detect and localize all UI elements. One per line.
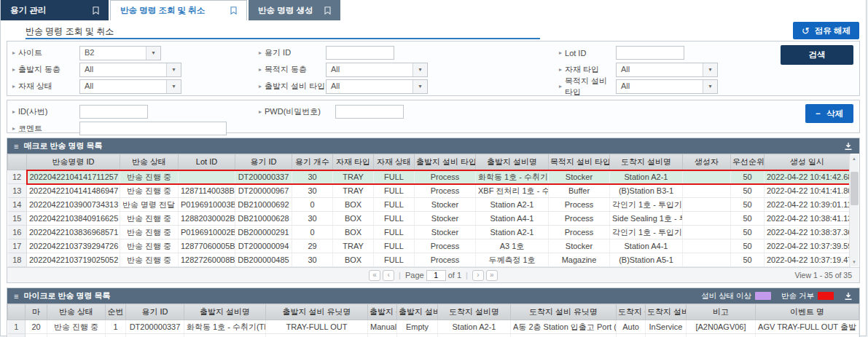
column-header[interactable]: 반송명령 ID [27,154,120,170]
table-row[interactable]: 220반송 생성2DT200000337Station A2-1A동 2층 St… [8,334,859,337]
download-icon[interactable] [844,292,853,301]
macro-section-header: ≡ 매크로 반송 명령 목록 [7,138,859,154]
row-number: 2 [8,334,26,337]
cell: BOX [333,226,374,239]
material-type-select[interactable]: All ▾ [616,63,718,77]
material-state-select[interactable]: All ▾ [79,79,181,94]
scroll-down-icon[interactable]: ▼ [850,258,859,266]
download-icon[interactable] [844,142,853,151]
cell: 12882030002B [179,212,235,226]
vertical-scrollbar[interactable]: ▲ ▼ [849,154,859,266]
cell: 2022-04-22 10:41:41.800 [765,184,851,198]
chevron-down-icon[interactable]: ▾ [413,80,427,93]
chevron-down-icon[interactable]: ▾ [166,63,181,76]
bookmark-icon[interactable] [230,7,237,15]
password-input[interactable] [335,105,404,119]
cell: DT200000967 [235,184,292,198]
cell: 20220422103836968571 [27,226,120,239]
delete-button[interactable]: − 삭제 [805,104,853,123]
cell [683,239,731,253]
column-header[interactable]: 출발지 설비명 [476,154,549,170]
column-header[interactable]: 용기 개수 [292,154,333,170]
scroll-up-icon[interactable]: ▲ [850,154,859,163]
column-header[interactable] [8,304,26,320]
column-header[interactable]: 비고 [687,304,756,320]
chevron-down-icon[interactable]: ▾ [703,80,717,93]
legend-equip-abnormal: 설비 상태 이상 [701,291,771,301]
column-header[interactable]: 출발지 설비 [397,304,438,320]
source-floor-select[interactable]: All ▾ [79,63,181,77]
table-row[interactable]: 1720220422103739294726반송 진행 중12877060005… [8,239,851,253]
chevron-down-icon[interactable]: ▾ [146,47,160,60]
column-header[interactable]: 용기 ID [126,304,184,320]
cell: Auto [617,320,646,334]
table-row[interactable]: 1320220422104141486947반송 진행 중12871140038… [8,184,851,198]
page-first-button[interactable]: « [369,270,380,281]
container-id-input[interactable] [326,46,394,60]
table-row[interactable]: 1520220422103840916625반송 진행 중12882030002… [8,212,851,226]
refresh-icon: ↺ [802,25,810,36]
column-header[interactable]: 도착지 설비 [646,304,687,320]
table-row[interactable]: 1820220422103719025052반송 진행 중12827260008… [8,253,851,267]
release-occupancy-button[interactable]: ↺ 점유 해제 [793,22,859,39]
bookmark-icon[interactable] [93,7,99,15]
column-header[interactable]: 마 [26,304,47,320]
table-row[interactable]: 120반송 진행 중1DT200000337화학동 1호 - 수취기(TRAYT… [8,320,859,334]
list-icon: ≡ [14,142,18,151]
column-header[interactable]: 생성자 [683,154,731,170]
legend-label: 설비 상태 이상 [701,291,751,301]
lot-id-input[interactable] [616,46,684,60]
comment-input[interactable] [79,122,227,135]
column-header[interactable]: 용기 ID [235,154,292,170]
page-prev-button[interactable]: ‹ [383,270,394,281]
search-button[interactable]: 검색 [781,45,853,65]
cell: 반송 생성 [47,334,106,337]
tab-transfer-command-create[interactable]: 반송 명령 생성 [249,0,340,20]
page-next-button[interactable]: › [472,270,484,281]
page-last-button[interactable]: » [486,270,498,281]
column-header[interactable]: 순번 [106,304,126,320]
cell: 2022-04-22 10:38:41.133 [765,212,851,226]
chevron-down-icon[interactable]: ▾ [703,63,717,76]
column-header[interactable]: 목적지 설비 타입 [549,154,610,170]
filter-label: 출발지 동층 [18,64,60,75]
chevron-down-icon[interactable]: ▾ [413,63,427,76]
column-header[interactable]: 도착지 설 [617,304,646,320]
table-row[interactable]: 1220220422104141711257반송 진행 중DT200000337… [8,170,851,184]
cell: Side Sealing 1호 - 투입기(B [610,212,683,226]
cell: Auto [617,334,646,337]
column-header[interactable]: 우선순위 [731,154,765,170]
cell: Station A2-1 [610,170,683,184]
column-header[interactable]: 자재 상태 [374,154,415,170]
table-row[interactable]: 1420220422103900734313반송 명령 전달 완료P019691… [8,198,851,212]
dest-floor-select[interactable]: All ▾ [326,63,428,77]
dest-equip-type-select[interactable]: All ▾ [616,79,718,94]
column-header[interactable]: 도착지 설비명 [610,154,683,170]
column-header[interactable]: 이벤트 명 [756,304,859,320]
column-header[interactable]: 반송 상태 [47,304,106,320]
column-header[interactable] [8,154,27,170]
column-header[interactable]: 반송 상태 [120,154,179,170]
cell: 0 [292,198,333,212]
column-header[interactable]: 자재 타입 [333,154,374,170]
column-header[interactable]: 출발지 설비 유닛명 [266,304,368,320]
column-header[interactable]: 도착지 설비 유닛명 [511,304,617,320]
bookmark-icon[interactable] [324,7,331,15]
site-select[interactable]: B2 ▾ [79,46,161,60]
cell [683,198,731,212]
table-row[interactable]: 1620220422103836968571반송 진행 중P0196910002… [8,226,851,239]
column-header[interactable]: 출발지 설비 타입 [415,154,476,170]
column-header[interactable]: 생성 일시 [765,154,851,170]
source-equip-type-select[interactable]: All ▾ [326,79,428,94]
page-number-input[interactable] [426,270,446,281]
tab-container-management[interactable]: 용기 관리 [1,0,109,20]
column-header[interactable]: Lot ID [179,154,235,170]
column-header[interactable]: 도착지 설비명 [438,304,511,320]
scrollbar-thumb[interactable] [851,172,859,205]
column-header[interactable]: 출발지 설비명 [184,304,266,320]
user-id-input[interactable] [79,105,148,119]
cell: 화학동 1호 - 수취기(TRAY [184,320,266,334]
chevron-down-icon[interactable]: ▾ [166,80,181,93]
column-header[interactable]: 출발지 설 [368,304,397,320]
tab-transfer-command-search[interactable]: 반송 명령 조회 및 취소 [110,0,247,20]
